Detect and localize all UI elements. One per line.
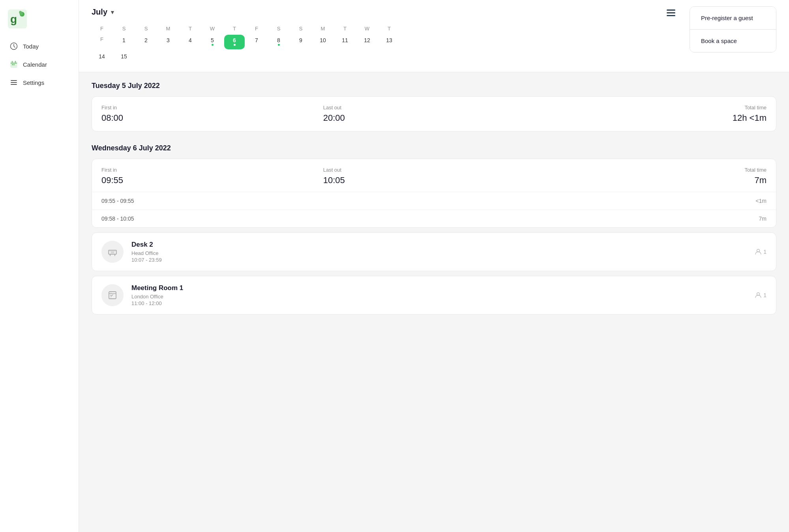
desk2-icon-circle (101, 241, 124, 263)
day-header-s3: S (268, 24, 289, 33)
cal-day-10[interactable]: 10 (313, 35, 333, 49)
cal-day-9[interactable]: 9 (290, 35, 311, 49)
meeting-room-attendees: 1 (755, 292, 767, 299)
attendee-icon-2 (755, 292, 762, 299)
cal-day-1[interactable]: 1 (114, 35, 134, 49)
day-header-t1: T (180, 24, 201, 33)
action-section: Pre-register a guest Book a space (690, 6, 776, 52)
meeting-room-time: 11:00 - 12:00 (131, 300, 747, 306)
wednesday-total-time-value: 7m (545, 175, 767, 185)
day-header-s1: S (114, 24, 134, 33)
logo: g (0, 6, 79, 38)
dot-day8 (278, 44, 280, 46)
sidebar-item-today[interactable]: Today (5, 38, 74, 54)
session-1-range: 09:55 - 09:55 (101, 198, 134, 204)
clock-icon (9, 42, 18, 51)
dot-day6 (234, 44, 236, 46)
cal-day-4[interactable]: 4 (180, 35, 201, 49)
wednesday-last-out: Last out 10:05 (323, 167, 545, 185)
day-header-s2: S (136, 24, 156, 33)
tuesday-last-out-value: 20:00 (323, 113, 545, 123)
wednesday-first-in: First in 09:55 (101, 167, 323, 185)
top-area: July ▼ F S S M T W T F S S (79, 0, 789, 72)
sidebar-nav: Today Calendar Settings (0, 38, 79, 91)
dot-day5 (212, 44, 214, 46)
tuesday-total-time: Total time 12h <1m (545, 105, 767, 123)
day-header-t3: T (335, 24, 355, 33)
view-toggle-button[interactable] (665, 8, 677, 18)
cal-day-12[interactable]: 12 (357, 35, 377, 49)
svg-rect-10 (111, 251, 114, 253)
wednesday-section: Wednesday 6 July 2022 First in 09:55 Las… (92, 144, 776, 315)
desk2-time: 10:07 - 23:59 (131, 257, 747, 263)
svg-rect-7 (13, 64, 15, 65)
tuesday-title: Tuesday 5 July 2022 (92, 82, 776, 90)
wednesday-title: Wednesday 6 July 2022 (92, 144, 776, 152)
sidebar-item-calendar[interactable]: Calendar (5, 56, 74, 73)
tuesday-time-summary: First in 08:00 Last out 20:00 Total time… (101, 105, 767, 123)
wednesday-last-out-label: Last out (323, 167, 545, 173)
wednesday-last-out-value: 10:05 (323, 175, 545, 185)
session-2-range: 09:58 - 10:05 (101, 215, 134, 222)
wednesday-summary: First in 09:55 Last out 10:05 Total time… (92, 159, 776, 192)
month-label: July (92, 7, 107, 17)
cal-day-2[interactable]: 2 (136, 35, 156, 49)
meeting-room-booking-card: Meeting Room 1 London Office 11:00 - 12:… (92, 276, 776, 315)
session-row-1: 09:55 - 09:55 <1m (92, 192, 776, 210)
day-header-m2: M (313, 24, 333, 33)
wednesday-total-time: Total time 7m (545, 167, 767, 185)
cal-day-3[interactable]: 3 (158, 35, 178, 49)
session-1-duration: <1m (755, 198, 767, 204)
calendar-header: July ▼ (92, 6, 677, 18)
day-header-f2: F (246, 24, 267, 33)
day-header-t2: T (224, 24, 245, 33)
cal-day-5[interactable]: 5 (202, 35, 223, 49)
content-area: Tuesday 5 July 2022 First in 08:00 Last … (79, 72, 789, 532)
desk2-booking-card: Desk 2 Head Office 10:07 - 23:59 1 (92, 232, 776, 271)
settings-icon (9, 78, 18, 87)
session-2-duration: 7m (759, 215, 767, 222)
calendar-grid: F S S M T W T F S S M T W T F 1 (92, 24, 399, 66)
wednesday-first-in-value: 09:55 (101, 175, 323, 185)
tuesday-section: Tuesday 5 July 2022 First in 08:00 Last … (92, 82, 776, 131)
desk2-attendees: 1 (755, 248, 767, 255)
main-content: July ▼ F S S M T W T F S S (79, 0, 789, 532)
month-selector[interactable]: July ▼ (92, 7, 115, 17)
pre-register-guest-button[interactable]: Pre-register a guest (690, 7, 776, 30)
wednesday-time-summary: First in 09:55 Last out 10:05 Total time… (101, 167, 767, 185)
svg-text:g: g (10, 13, 17, 25)
brand-logo: g (8, 9, 27, 28)
meeting-room-location: London Office (131, 294, 747, 300)
tuesday-first-in-value: 08:00 (101, 113, 323, 123)
desk2-name: Desk 2 (131, 241, 747, 249)
day-header-t4: T (379, 24, 399, 33)
chevron-down-icon: ▼ (110, 9, 115, 15)
meeting-room-name: Meeting Room 1 (131, 284, 747, 292)
svg-rect-6 (12, 64, 13, 65)
cal-day-8[interactable]: 8 (268, 35, 289, 49)
sidebar-item-calendar-label: Calendar (23, 61, 47, 68)
day-header-m: M (158, 24, 178, 33)
session-row-2: 09:58 - 10:05 7m (92, 210, 776, 227)
cal-day-14[interactable]: 14 (92, 51, 112, 66)
day-header-w1: W (202, 24, 223, 33)
tuesday-summary-card: First in 08:00 Last out 20:00 Total time… (92, 96, 776, 131)
wednesday-sessions-card: First in 09:55 Last out 10:05 Total time… (92, 159, 776, 228)
cal-day-6-today[interactable]: 6 (224, 35, 245, 49)
cal-day-15[interactable]: 15 (114, 51, 134, 66)
cal-day-7[interactable]: 7 (246, 35, 267, 49)
meeting-room-icon (107, 290, 118, 301)
desk2-location: Head Office (131, 250, 747, 256)
desk2-info: Desk 2 Head Office 10:07 - 23:59 (131, 241, 747, 263)
meeting-room-info: Meeting Room 1 London Office 11:00 - 12:… (131, 284, 747, 306)
cal-day-11[interactable]: 11 (335, 35, 355, 49)
wednesday-total-time-label: Total time (545, 167, 767, 173)
calendar-icon (9, 60, 18, 69)
tuesday-first-in: First in 08:00 (101, 105, 323, 123)
tuesday-first-in-label: First in (101, 105, 323, 111)
cal-day-13[interactable]: 13 (379, 35, 399, 49)
sidebar-item-settings[interactable]: Settings (5, 74, 74, 91)
book-space-button[interactable]: Book a space (690, 30, 776, 52)
day-header-f1: F (92, 24, 112, 33)
meeting-room-attendee-count: 1 (763, 292, 767, 298)
